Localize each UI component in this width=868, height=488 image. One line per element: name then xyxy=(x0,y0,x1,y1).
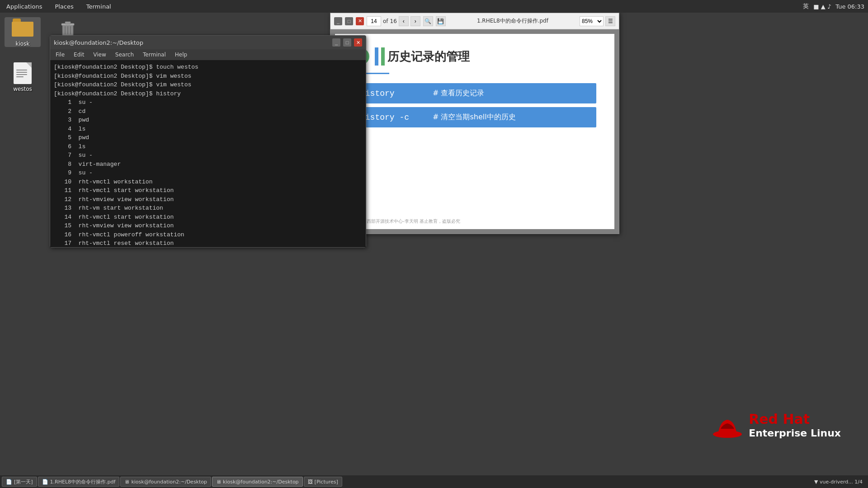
taskbar-icon-pdf: 📄 xyxy=(42,479,48,485)
system-tray: ■ ▲ ♪ xyxy=(813,3,831,10)
terminal-menu-terminal[interactable]: Terminal xyxy=(139,51,170,59)
taskbar-label-pictures: [Pictures] xyxy=(315,479,338,485)
redhat-name: Red Hat xyxy=(749,411,841,427)
terminal-line: 17 rht-vmctl reset workstation xyxy=(54,239,362,247)
terminal-line: 13 rht-vm start workstation xyxy=(54,204,362,213)
pdf-zoom-select[interactable]: 85% 50% 75% 100% 125% 150% xyxy=(580,16,604,26)
slide-footer: 版权：西部开源技术中心-李天明 基止教育，盗版必究 xyxy=(353,218,460,225)
pdf-search-button[interactable]: 🔍 xyxy=(423,16,433,26)
slide-comment-history: # 查看历史记录 xyxy=(433,89,485,98)
westos-label: westos xyxy=(13,86,32,92)
top-bar-right: 英 ■ ▲ ♪ Tue 06:33 xyxy=(803,2,864,10)
slide-title: 历史记录的管理 xyxy=(387,49,470,65)
terminal-line: 11 rht-vmctl start workstation xyxy=(54,186,362,195)
taskbar-btn-terminal-1[interactable]: 🖥 kiosk@foundation2:~/Desktop xyxy=(120,477,211,487)
taskbar-icon-pictures: 🖼 xyxy=(308,479,313,485)
terminal-line: 9 su - xyxy=(54,169,362,178)
desktop-icon-kiosk[interactable]: kiosk xyxy=(5,17,41,47)
taskbar-icon-terminal-1: 📄 xyxy=(6,479,12,485)
pdf-content-area: 历史记录的管理 history # 查看历史记录 history -c # 清空… xyxy=(330,29,619,234)
terminal-menu-edit[interactable]: Edit xyxy=(70,51,88,59)
top-bar-places[interactable]: Places xyxy=(52,2,76,11)
slide-cmd-history-c: history -c xyxy=(360,113,433,122)
pdf-page-total: 16 xyxy=(390,18,397,24)
pdf-filename: 1.RHEL8中的命令行操作.pdf xyxy=(448,17,577,25)
taskbar-right-info: ▼ vue-driverd... 1/4 xyxy=(814,479,866,485)
terminal-line: 14 rht-vmctl start workstation xyxy=(54,213,362,222)
terminal-line: 3 pwd xyxy=(54,116,362,125)
terminal-minimize-button[interactable]: _ xyxy=(332,38,340,47)
terminal-line: 6 ls xyxy=(54,142,362,151)
pdf-menu-button[interactable]: ☰ xyxy=(605,16,615,26)
pdf-page: 历史记录的管理 history # 查看历史记录 history -c # 清空… xyxy=(335,34,614,229)
terminal-menu-help[interactable]: Help xyxy=(171,51,191,59)
terminal-line: 5 pwd xyxy=(54,133,362,142)
document-icon xyxy=(12,62,33,84)
pdf-close-button[interactable]: ✕ xyxy=(356,17,364,25)
taskbar-btn-first-day[interactable]: 📄 [第一天] xyxy=(2,477,37,487)
terminal-line: 1 su - xyxy=(54,98,362,107)
top-bar-applications[interactable]: Applications xyxy=(4,2,45,11)
terminal-menu-search[interactable]: Search xyxy=(112,51,137,59)
pdf-toolbar: _ □ ✕ of 16 ‹ › 🔍 💾 1.RHEL8中的命令行操作.pdf 8… xyxy=(330,13,619,29)
terminal-line: 4 ls xyxy=(54,125,362,134)
redhat-text: Red Hat Enterprise Linux xyxy=(749,411,841,439)
terminal-menu-bar: File Edit View Search Terminal Help xyxy=(50,49,366,60)
terminal-title: kiosk@foundation2:~/Desktop xyxy=(54,39,143,46)
folder-icon xyxy=(12,17,33,39)
terminal-line: 15 rht-vmview view workstation xyxy=(54,221,362,230)
terminal-line: [kiosk@foundation2 Desktop]$ vim westos xyxy=(54,80,362,89)
pdf-zoom-controls: 85% 50% 75% 100% 125% 150% ☰ xyxy=(580,16,615,26)
terminal-line: 12 rht-vmview view workstation xyxy=(54,195,362,204)
terminal-maximize-button[interactable]: □ xyxy=(343,38,351,47)
top-bar-terminal[interactable]: Terminal xyxy=(84,2,114,11)
pdf-page-input[interactable] xyxy=(367,16,381,26)
terminal-titlebar: kiosk@foundation2:~/Desktop _ □ ✕ xyxy=(50,36,366,49)
svg-rect-2 xyxy=(65,22,71,24)
pdf-minimize-button[interactable]: _ xyxy=(334,17,342,25)
terminal-content[interactable]: [kiosk@foundation2 Desktop]$ touch westo… xyxy=(50,60,366,247)
pdf-next-button[interactable]: › xyxy=(410,16,420,26)
language-indicator[interactable]: 英 xyxy=(803,2,809,10)
slide-header: 历史记录的管理 xyxy=(353,47,596,66)
taskbar-icon-terminal-2: 🖥 xyxy=(124,479,129,485)
terminal-line: [kiosk@foundation2 Desktop]$ vim westos xyxy=(54,72,362,81)
slide-row-history: history # 查看历史记录 xyxy=(353,83,596,103)
pdf-save-button[interactable]: 💾 xyxy=(436,16,446,26)
kiosk-label: kiosk xyxy=(16,41,30,47)
terminal-line: [kiosk@foundation2 Desktop]$ history xyxy=(54,89,362,99)
pdf-page-controls: of 16 ‹ › xyxy=(367,16,420,26)
slide-comment-history-c: # 清空当期shell中的历史 xyxy=(433,113,516,122)
taskbar-label-first-day: [第一天] xyxy=(14,479,33,485)
taskbar-label-pdf: 1.RHEL8中的命令行操作.pdf xyxy=(50,479,116,485)
terminal-window-controls: _ □ ✕ xyxy=(332,38,362,47)
terminal-line: 10 rht-vmctl workstation xyxy=(54,178,362,187)
slide-cmd-history: history xyxy=(360,89,433,98)
pdf-viewer-window: _ □ ✕ of 16 ‹ › 🔍 💾 1.RHEL8中的命令行操作.pdf 8… xyxy=(330,13,619,234)
terminal-line: 2 cd xyxy=(54,107,362,116)
taskbar-icon-terminal-3: 🖥 xyxy=(216,479,221,485)
pdf-prev-button[interactable]: ‹ xyxy=(399,16,409,26)
clock: Tue 06:33 xyxy=(835,3,864,10)
terminal-menu-file[interactable]: File xyxy=(52,51,68,59)
taskbar: 📄 [第一天] 📄 1.RHEL8中的命令行操作.pdf 🖥 kiosk@fou… xyxy=(0,475,868,488)
taskbar-label-terminal-2: kiosk@foundation2:~/Desktop xyxy=(223,479,299,485)
pdf-page-of: of xyxy=(383,18,388,24)
top-menu-bar: Applications Places Terminal 英 ■ ▲ ♪ Tue… xyxy=(0,0,868,13)
pdf-maximize-button[interactable]: □ xyxy=(345,17,353,25)
terminal-line: 8 virt-manager xyxy=(54,160,362,169)
desktop-icon-westos[interactable]: westos xyxy=(5,62,41,92)
taskbar-btn-pictures[interactable]: 🖼 [Pictures] xyxy=(304,477,342,487)
terminal-close-button[interactable]: ✕ xyxy=(354,38,362,47)
terminal-line: 16 rht-vmctl poweroff workstation xyxy=(54,230,362,239)
redhat-logo: Red Hat Enterprise Linux xyxy=(712,411,841,439)
taskbar-label-terminal-1: kiosk@foundation2:~/Desktop xyxy=(131,479,207,485)
terminal-line: [kiosk@foundation2 Desktop]$ touch westo… xyxy=(54,63,362,72)
terminal-menu-view[interactable]: View xyxy=(90,51,109,59)
taskbar-btn-pdf[interactable]: 📄 1.RHEL8中的命令行操作.pdf xyxy=(38,477,120,487)
terminal-window: kiosk@foundation2:~/Desktop _ □ ✕ File E… xyxy=(50,35,366,248)
desktop: kiosk Trash xyxy=(0,13,868,475)
taskbar-btn-terminal-2[interactable]: 🖥 kiosk@foundation2:~/Desktop xyxy=(212,477,303,487)
redhat-subtitle: Enterprise Linux xyxy=(749,427,841,439)
slide-row-history-c: history -c # 清空当期shell中的历史 xyxy=(353,107,596,127)
